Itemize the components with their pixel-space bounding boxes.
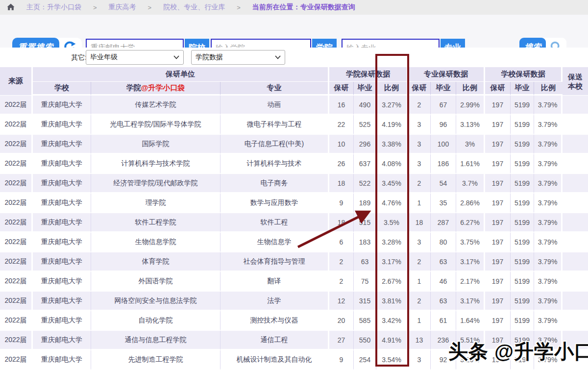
cell-college: 光电工程学院/国际半导体学院 — [91, 115, 220, 135]
cell-college-biye: 490 — [354, 96, 376, 115]
cell-school-ratio: 3.79% — [534, 194, 563, 213]
cell-college: 外国语学院 — [91, 272, 220, 292]
header-college-ratio: 比例 — [376, 82, 408, 96]
cell-school-biye: 5199 — [511, 96, 534, 115]
cell-school-biye: 5199 — [511, 311, 534, 331]
cell-major-biye: 35 — [431, 194, 456, 213]
cell-school: 重庆邮电大学 — [33, 96, 91, 115]
header-college-biye: 毕业 — [354, 82, 376, 96]
cell-school-ratio: 3.79% — [534, 350, 563, 370]
filter-label: 其它: — [71, 48, 87, 67]
cell-major-baoyan: 3 — [408, 233, 431, 252]
cell-send — [563, 331, 588, 350]
header-major: 专业 — [220, 82, 329, 96]
college-data-select-value: 学院数据 — [196, 53, 223, 62]
cell-college-biye: 315 — [354, 292, 376, 311]
cell-school-biye: 5199 — [511, 174, 534, 194]
search-toolbar: 重置搜索 院校 学院 专业 搜索 — [0, 15, 588, 48]
breadcrumb: 主页：升学小口袋 > 重庆高考 > 院校、专业、行业库 > 当前所在位置：专业保… — [0, 0, 588, 15]
cell-school-baoyan: 197 — [485, 292, 511, 311]
graduation-year-select[interactable]: 毕业年级 — [86, 50, 184, 65]
cell-school-baoyan: 197 — [485, 331, 511, 350]
breadcrumb-separator: > — [148, 4, 152, 11]
header-school: 学校 — [33, 82, 91, 96]
cell-school-biye: 5199 — [511, 233, 534, 252]
cell-school: 重庆邮电大学 — [33, 194, 91, 213]
cell-major-ratio: 1.61% — [456, 154, 485, 174]
cell-send — [563, 233, 588, 252]
cell-college-biye: 585 — [354, 311, 376, 331]
cell-source: 2022届 — [0, 292, 33, 311]
cell-college-biye: 296 — [354, 135, 376, 154]
cell-college-baoyan: 18 — [329, 174, 354, 194]
cell-major-baoyan: 13 — [408, 331, 431, 350]
header-major-baoyan: 保研 — [408, 82, 431, 96]
home-icon[interactable] — [6, 2, 16, 12]
cell-major: 微电子科学与工程 — [220, 115, 329, 135]
cell-source: 2022届 — [0, 252, 33, 272]
cell-school-biye: 5199 — [511, 135, 534, 154]
breadcrumb-separator: > — [93, 4, 97, 11]
cell-major: 动画 — [220, 96, 329, 115]
cell-college-ratio: 3.5% — [376, 213, 408, 233]
cell-college-baoyan: 22 — [329, 115, 354, 135]
cell-college: 传媒艺术学院 — [91, 96, 220, 115]
cell-school-biye: 5199 — [511, 213, 534, 233]
cell-school-baoyan: 197 — [485, 311, 511, 331]
header-send-to-own-school: 保送 本校 — [563, 67, 588, 96]
cell-college: 计算机科学与技术学院 — [91, 154, 220, 174]
cell-major-baoyan: 3 — [408, 154, 431, 174]
cell-school-ratio: 3.79% — [534, 252, 563, 272]
cell-school: 重庆邮电大学 — [33, 213, 91, 233]
table-row: 2022届重庆邮电大学软件工程学院软件工程185153.5%182876.27%… — [0, 213, 588, 233]
cell-major: 通信工程 — [220, 331, 329, 350]
cell-college-ratio: 4.19% — [376, 115, 408, 135]
breadcrumb-item-library[interactable]: 院校、专业、行业库 — [163, 3, 225, 12]
cell-college: 网络空间安全与信息法学院 — [91, 292, 220, 311]
header-school-biye: 毕业 — [511, 82, 534, 96]
cell-college: 自动化学院 — [91, 311, 220, 331]
table-row: 2022届重庆邮电大学传媒艺术学院动画164903.27%2672.99%197… — [0, 96, 588, 115]
cell-college: 国际学院 — [91, 135, 220, 154]
table-row: 2022届重庆邮电大学光电工程学院/国际半导体学院微电子科学与工程225254.… — [0, 115, 588, 135]
cell-college: 软件工程学院 — [91, 213, 220, 233]
cell-college: 先进制造工程学院 — [91, 350, 220, 370]
cell-college-biye: 525 — [354, 115, 376, 135]
cell-college-ratio: 3.81% — [376, 292, 408, 311]
cell-school-ratio: 3.79% — [534, 96, 563, 115]
table-row: 2022届重庆邮电大学理学院数学与应用数学91894.76%1352.86%19… — [0, 194, 588, 213]
watermark-at-tag: @升学小口袋 — [141, 83, 185, 92]
cell-major: 电子商务 — [220, 174, 329, 194]
cell-college-ratio: 3.54% — [376, 350, 408, 370]
cell-school-baoyan: 197 — [485, 135, 511, 154]
cell-school-baoyan: 197 — [485, 154, 511, 174]
cell-major-biye: 63 — [431, 292, 456, 311]
cell-college-ratio: 4.76% — [376, 194, 408, 213]
cell-major: 生物信息学 — [220, 233, 329, 252]
cell-major-ratio: 6.27% — [456, 213, 485, 233]
cell-school-baoyan: 197 — [485, 252, 511, 272]
cell-school-biye: 5199 — [511, 115, 534, 135]
college-data-select[interactable]: 学院数据 — [191, 50, 285, 65]
cell-source: 2022届 — [0, 233, 33, 252]
cell-major-biye: 236 — [431, 331, 456, 350]
header-school-group: 学校保研数据 — [485, 67, 563, 82]
cell-major-ratio: 2.99% — [456, 96, 485, 115]
cell-school: 重庆邮电大学 — [33, 135, 91, 154]
cell-major-baoyan: 3 — [408, 135, 431, 154]
cell-major: 翻译 — [220, 272, 329, 292]
cell-college: 通信与信息工程学院 — [91, 331, 220, 350]
cell-college: 理学院 — [91, 194, 220, 213]
breadcrumb-separator: > — [237, 4, 241, 11]
breadcrumb-item-home[interactable]: 主页：升学小口袋 — [26, 3, 81, 12]
cell-college: 生物信息学院 — [91, 233, 220, 252]
cell-major-baoyan: 2 — [408, 292, 431, 311]
breadcrumb-item-gaokao[interactable]: 重庆高考 — [109, 3, 136, 12]
cell-school-ratio: 3.79% — [534, 154, 563, 174]
cell-send — [563, 213, 588, 233]
header-school-ratio: 比例 — [534, 82, 563, 96]
cell-college-biye: 63 — [354, 252, 376, 272]
table-row: 2022届重庆邮电大学生物信息学院生物信息学61833.28%3803.75%1… — [0, 233, 588, 252]
cell-major-ratio: 2.17% — [456, 272, 485, 292]
cell-source: 2022届 — [0, 96, 33, 115]
